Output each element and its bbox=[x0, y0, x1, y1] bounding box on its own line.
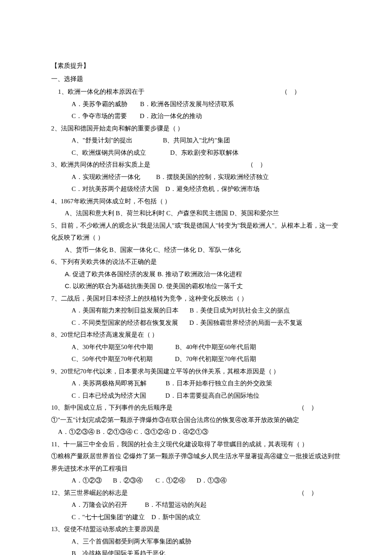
option-line: A、30年代中期至50年代中期 B、40年代中期至60年代后期 bbox=[51, 341, 341, 353]
answer-paren: （ ） bbox=[298, 402, 317, 414]
question-block: 4、1867年欧洲共同体成立时，不包括（ ）A、法国和意大利 B、荷兰和比利时 … bbox=[51, 195, 341, 220]
question-block: 8、20世纪日本经济高速发展是在（ ）A、30年代中期至50年代中期 B、40年… bbox=[51, 329, 341, 365]
section-title: 一、选择题 bbox=[51, 73, 341, 85]
answer-paren: （ ） bbox=[281, 86, 300, 98]
question-block: 13、促使不结盟运动形成的主要原因是A、三个首倡国都受到两大军事集团的威胁B、冷… bbox=[51, 523, 341, 555]
option-line: A、"舒曼计划"的提出 B、共同加入"北约"集团 bbox=[51, 134, 341, 147]
question-block: 1、欧洲一体化的根本原因在于（ ）A．美苏争霸的威胁 B．欧洲各国经济发展与经济… bbox=[51, 86, 341, 122]
option-line: B、冷战格局使国际关系趋于恶化 bbox=[51, 547, 341, 555]
option-line: C、欧洲煤钢共同体的成立 D、东欧剧变和苏联解体 bbox=[51, 147, 341, 159]
option-line: A．实现欧洲经济一体化 B．摆脱美国的控制，实现欧洲经济独立 bbox=[51, 171, 341, 183]
question-stem: 3、欧洲共同体的经济目标实质上是（ ） bbox=[51, 159, 341, 171]
option-line: A．美苏两极格局即将瓦解 B．日本开始奉行独立自主的外交政策 bbox=[51, 377, 341, 390]
question-block: 11、十一届三中全会后，我国的社会主义现代化建设取得了举世瞩目的成就，其表现有（… bbox=[51, 438, 341, 487]
option-line: A．美国有能力来控制日益发展的日本 B．美使日成为对抗社会主义的据点 bbox=[51, 304, 341, 317]
quality-improvement-title: 【素质提升】 bbox=[51, 60, 341, 72]
question-block: 5、目前，不少欧洲人的观念从"我是法国人"或"我是德国人"转变为"我是欧洲人"。… bbox=[51, 220, 341, 256]
question-extra: ①粮棉产量跃居世界首位 ②爆炸了第一颗原子弹③城乡人民生活水平显著提高④建立一批… bbox=[51, 450, 341, 474]
answer-paren: （ ） bbox=[247, 159, 266, 171]
question-stem: 9、20世纪70年代以来，日本要求与美国建立平等的伙伴关系，其根本原因是（ ） bbox=[51, 365, 341, 378]
question-stem: 8、20世纪日本经济高速发展是在（ ） bbox=[51, 329, 341, 341]
option-line: C．争夺市场的需要 D．政治一体化的推动 bbox=[51, 110, 341, 122]
question-stem: 5、目前，不少欧洲人的观念从"我是法国人"或"我是德国人"转变为"我是欧洲人"。… bbox=[51, 220, 341, 244]
option-line: C、50年代中期至70年代初期 D、70年代初期至70年代后期 bbox=[51, 353, 341, 365]
option-line: C. 以欧洲的联合为基础抗衡美国 D. 使美国的霸权地位一落千丈 bbox=[51, 280, 341, 292]
question-stem: 11、十一届三中全会后，我国的社会主义现代化建设取得了举世瞩目的成就，其表现有（… bbox=[51, 438, 341, 451]
option-line: A. 促进了欧共体各国经济的发展 B. 推动了欧洲政治一体化进程 bbox=[51, 268, 341, 280]
option-line: A、法国和意大利 B、荷兰和比利时 C、卢森堡和民主德国 D、英国和爱尔兰 bbox=[51, 207, 341, 220]
option-line: C．不同类型国家的经济都在恢复发展 D．美国独霸世界经济的局面一去不复返 bbox=[51, 317, 341, 329]
option-line: A．美苏争霸的威胁 B．欧洲各国经济发展与经济联系 bbox=[51, 98, 341, 110]
question-block: 10、新中国成立后，下列事件的先后顺序是（ ）①"一五"计划完成②第一颗原子弹爆… bbox=[51, 402, 341, 438]
option-line: A．①②③④ B．②①③④ C．③①②④ D．④②①③ bbox=[51, 426, 341, 438]
option-line: C．"七十七国集团"的建立 D．新中国的成立 bbox=[51, 511, 341, 523]
question-block: 12、第三世界崛起的标志是（ ）A．万隆会议的召开 B．不结盟运动的兴起C．"七… bbox=[51, 487, 341, 523]
question-stem: 12、第三世界崛起的标志是（ ） bbox=[51, 487, 341, 499]
question-block: 6、下列有关欧共体的说法不正确的是A. 促进了欧共体各国经济的发展 B. 推动了… bbox=[51, 256, 341, 292]
question-block: 3、欧洲共同体的经济目标实质上是（ ）A．实现欧洲经济一体化 B．摆脱美国的控制… bbox=[51, 159, 341, 195]
question-block: 9、20世纪70年代以来，日本要求与美国建立平等的伙伴关系，其根本原因是（ ）A… bbox=[51, 365, 341, 402]
question-stem: 4、1867年欧洲共同体成立时，不包括（ ） bbox=[51, 195, 341, 208]
question-stem: 10、新中国成立后，下列事件的先后顺序是（ ） bbox=[51, 402, 341, 414]
question-stem: 6、下列有关欧共体的说法不正确的是 bbox=[51, 256, 341, 268]
option-line: A、货币一体化 B、国家一体化 C、经济一体化 D、军队一体化 bbox=[51, 244, 341, 256]
option-line: C．日本已经成为经济大国 D．日本需要提高自己的国际地位 bbox=[51, 390, 341, 402]
question-extra: ①"一五"计划完成②第一颗原子弹爆炸③在联合国合法席位的恢复④改革开放政策的确定 bbox=[51, 414, 341, 426]
question-stem: 2、法国和德国开始走向和解的重要步骤是（ ） bbox=[51, 122, 341, 135]
answer-paren: （ ） bbox=[298, 487, 317, 499]
question-block: 7、二战后，美国对日本经济上的扶植转为竞争，这种变化反映出（ ）A．美国有能力来… bbox=[51, 292, 341, 329]
option-line: C．对抗美苏两个超级经济大国 D．避免经济危机，保护欧洲市场 bbox=[51, 183, 341, 195]
question-block: 2、法国和德国开始走向和解的重要步骤是（ ）A、"舒曼计划"的提出 B、共同加入… bbox=[51, 122, 341, 159]
question-stem: 13、促使不结盟运动形成的主要原因是 bbox=[51, 523, 341, 535]
option-line: A．万隆会议的召开 B．不结盟运动的兴起 bbox=[51, 499, 341, 511]
question-stem: 7、二战后，美国对日本经济上的扶植转为竞争，这种变化反映出（ ） bbox=[51, 292, 341, 305]
questions-container: 1、欧洲一体化的根本原因在于（ ）A．美苏争霸的威胁 B．欧洲各国经济发展与经济… bbox=[51, 86, 341, 555]
question-stem: 1、欧洲一体化的根本原因在于（ ） bbox=[51, 86, 341, 98]
option-line: A、三个首倡国都受到两大军事集团的威胁 bbox=[51, 535, 341, 548]
option-line: A．①②③ B．②③④ C．①②④ D．①③④ bbox=[51, 474, 341, 487]
